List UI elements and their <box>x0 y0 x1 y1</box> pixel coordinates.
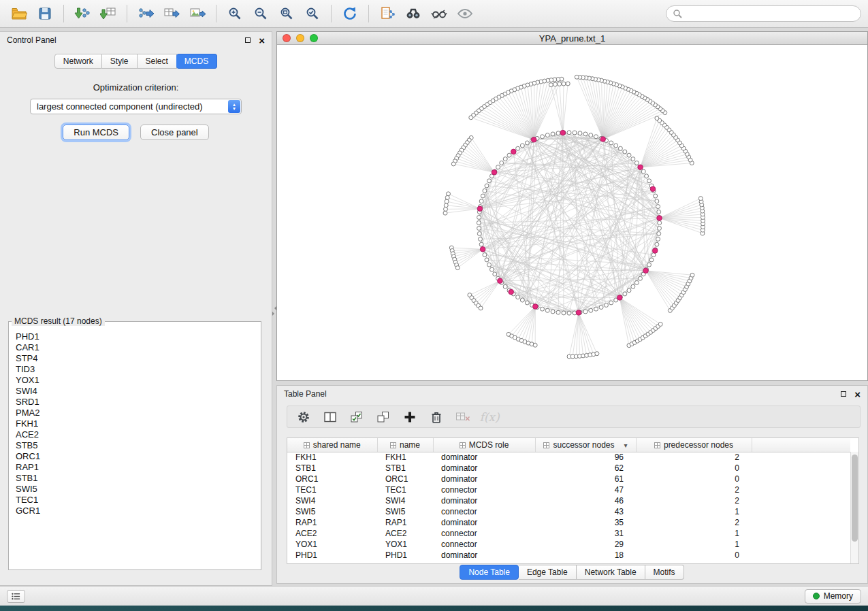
export-network-button[interactable] <box>133 2 158 25</box>
close-table-panel-icon[interactable]: × <box>854 389 861 399</box>
tab-node-table[interactable]: Node Table <box>460 565 519 580</box>
mcds-result-item[interactable]: STB5 <box>16 440 259 451</box>
delete-column-button[interactable] <box>428 409 445 425</box>
control-panel: Control Panel × Network Style Select MCD… <box>0 31 272 586</box>
criterion-dropdown[interactable]: largest connected component (undirected)… <box>30 99 242 114</box>
column-header-shared-name[interactable]: shared name <box>287 438 377 452</box>
network-document-button[interactable] <box>375 2 400 25</box>
table-row[interactable]: FKH1FKH1dominator962 <box>287 452 850 463</box>
main-toolbar <box>0 0 868 28</box>
zoom-selected-button[interactable] <box>300 2 325 25</box>
float-table-panel-icon[interactable] <box>841 391 846 397</box>
gear-icon <box>297 410 310 424</box>
mcds-result-item[interactable]: FKH1 <box>16 418 259 429</box>
mcds-result-list[interactable]: PHD1CAR1STP4TID3YOX1SWI4SRD1PMA2FKH1ACE2… <box>10 330 259 568</box>
table-row[interactable]: PHD1PHD1dominator180 <box>287 550 850 561</box>
function-builder-button[interactable]: f(x) <box>481 409 498 425</box>
mcds-result-item[interactable]: PHD1 <box>16 331 259 342</box>
mcds-result-item[interactable]: CAR1 <box>16 342 259 353</box>
mcds-result-item[interactable]: TID3 <box>16 364 259 375</box>
tab-mcds[interactable]: MCDS <box>176 54 217 69</box>
tab-edge-table[interactable]: Edge Table <box>519 565 577 580</box>
tab-network-table[interactable]: Network Table <box>577 565 645 580</box>
table-row[interactable]: SWI5SWI5connector431 <box>287 506 850 517</box>
delete-table-button[interactable] <box>455 409 471 425</box>
import-network-button[interactable] <box>70 2 95 25</box>
table-row[interactable]: ACE2ACE2connector311 <box>287 528 850 539</box>
table-row[interactable]: SWI4SWI4dominator462 <box>287 495 850 506</box>
mcds-result-item[interactable]: RAP1 <box>16 462 259 473</box>
network-graph[interactable] <box>277 45 867 380</box>
memory-label: Memory <box>824 591 853 601</box>
table-row[interactable]: RAP1RAP1dominator352 <box>287 517 850 528</box>
table-row[interactable]: ORC1ORC1dominator610 <box>287 474 850 484</box>
table-row[interactable]: STB1STB1dominator620 <box>287 463 850 474</box>
export-network-icon <box>138 6 154 21</box>
close-panel-button[interactable]: Close panel <box>140 125 209 140</box>
mcds-result-item[interactable]: TEC1 <box>16 495 259 506</box>
table-row[interactable]: YOX1YOX1connector291 <box>287 539 850 550</box>
mcds-result-item[interactable]: YOX1 <box>16 375 259 386</box>
toggle-graphics-details-button[interactable] <box>427 2 451 25</box>
memory-status-icon <box>813 593 820 599</box>
deselect-all-icon <box>376 410 390 424</box>
close-panel-icon[interactable]: × <box>259 35 265 46</box>
select-all-button[interactable] <box>349 409 365 425</box>
mcds-result-item[interactable]: STB1 <box>16 473 259 484</box>
mcds-result-item[interactable]: SWI4 <box>16 386 259 397</box>
open-file-button[interactable] <box>7 2 31 25</box>
mcds-result-item[interactable]: GCR1 <box>16 506 259 516</box>
mcds-result-item[interactable]: SWI5 <box>16 484 259 495</box>
mcds-result-item[interactable]: STP4 <box>16 353 259 364</box>
memory-button[interactable]: Memory <box>805 589 861 604</box>
mcds-result-item[interactable]: PMA2 <box>16 408 259 418</box>
task-history-button[interactable] <box>7 590 25 603</box>
show-hide-button[interactable] <box>453 2 477 25</box>
import-table-button[interactable] <box>96 2 120 25</box>
criterion-value: largest connected component (undirected) <box>37 101 203 112</box>
mcds-result-item[interactable]: SRD1 <box>16 397 259 408</box>
network-search-button[interactable] <box>401 2 425 25</box>
deselect-all-button[interactable] <box>375 409 391 425</box>
zoom-fit-button[interactable] <box>274 2 299 25</box>
column-grid-icon <box>304 442 310 448</box>
network-window-title: YPA_prune.txt_1 <box>277 33 867 44</box>
table-scrollbar[interactable] <box>850 452 858 563</box>
save-icon <box>37 6 52 21</box>
sort-arrow-icon[interactable]: ▾ <box>624 442 628 449</box>
tab-style[interactable]: Style <box>102 54 138 69</box>
binoculars-icon <box>405 6 421 21</box>
scrollbar-thumb[interactable] <box>852 455 858 542</box>
table-settings-button[interactable] <box>295 409 312 425</box>
glasses-icon <box>431 6 447 21</box>
column-header-successor-nodes[interactable]: successor nodes▾ <box>535 438 636 452</box>
column-header-MCDS-role[interactable]: MCDS role <box>433 438 535 452</box>
tab-select[interactable]: Select <box>138 54 177 69</box>
table-row[interactable]: TEC1TEC1connector472 <box>287 484 850 495</box>
delete-table-icon <box>455 410 470 424</box>
column-header-name[interactable]: name <box>377 438 433 452</box>
export-image-button[interactable] <box>185 2 210 25</box>
run-mcds-button[interactable]: Run MCDS <box>63 125 129 140</box>
tab-motifs[interactable]: Motifs <box>645 565 684 580</box>
import-network-icon <box>74 6 91 21</box>
list-icon <box>12 593 20 600</box>
export-table-button[interactable] <box>159 2 184 25</box>
export-table-icon <box>163 6 180 21</box>
status-bar: Memory <box>0 586 868 606</box>
apply-layout-button[interactable] <box>338 2 362 25</box>
float-panel-icon[interactable] <box>245 37 251 43</box>
search-input[interactable] <box>686 8 854 20</box>
toolbar-separator <box>216 5 216 22</box>
save-session-button[interactable] <box>33 2 57 25</box>
zoom-out-button[interactable] <box>248 2 273 25</box>
column-grid-icon <box>543 442 549 448</box>
tab-network[interactable]: Network <box>54 54 102 69</box>
column-header-predecessor-nodes[interactable]: predecessor nodes <box>636 438 752 452</box>
zoom-in-button[interactable] <box>223 2 247 25</box>
mcds-result-item[interactable]: ORC1 <box>16 451 259 462</box>
control-panel-tabs: Network Style Select MCDS <box>0 54 272 69</box>
mcds-result-item[interactable]: ACE2 <box>16 429 259 440</box>
show-columns-button[interactable] <box>322 409 338 425</box>
add-column-button[interactable] <box>402 409 418 425</box>
